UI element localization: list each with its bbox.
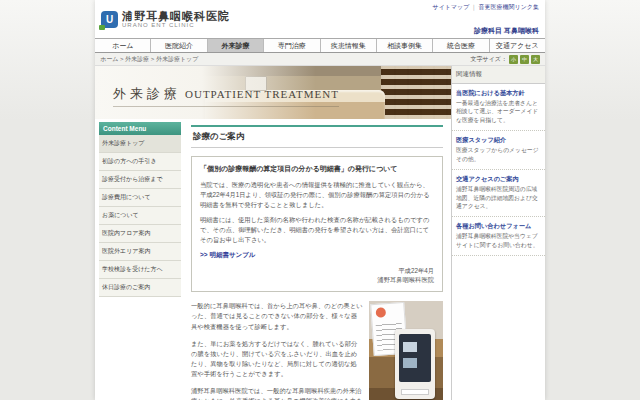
related-item-staff: 医療スタッフ紹介 医療スタッフからのメッセージその他。 bbox=[452, 131, 545, 170]
inner-row: Content Menu 外来診療トップ 初診の方への手引き 診療受付から治療ま… bbox=[95, 119, 451, 400]
access-guide-link[interactable]: 交通アクセスのご案内 bbox=[456, 175, 541, 183]
logo-text: 浦野耳鼻咽喉科医院 URANO ENT CLINIC bbox=[122, 10, 230, 28]
menu-item-outpatient-top[interactable]: 外来診療トップ bbox=[99, 135, 181, 153]
access-guide-desc: 浦野耳鼻咽喉科医院周辺の広域地図、近隣の詳細地図および交通アクセス。 bbox=[456, 185, 541, 210]
font-size-label: 文字サイズ： bbox=[471, 55, 507, 64]
nav-item-disease-info[interactable]: 疾患情報集 bbox=[320, 39, 376, 52]
menu-item-first-visit-guide[interactable]: 初診の方への手引き bbox=[99, 153, 181, 171]
menu-item-floor-guide[interactable]: 医院内フロア案内 bbox=[99, 225, 181, 243]
logo-letter: U bbox=[106, 14, 113, 25]
link-separator: ｜ bbox=[471, 4, 477, 10]
related-item-access: 交通アクセスのご案内 浦野耳鼻咽喉科医院周辺の広域地図、近隣の詳細地図および交通… bbox=[452, 170, 545, 217]
menu-item-fees[interactable]: 診療費用について bbox=[99, 189, 181, 207]
site-container: U 浦野耳鼻咽喉科医院 URANO ENT CLINIC サイトマップ ｜ 音更… bbox=[95, 0, 545, 400]
basic-policy-link[interactable]: 当医院における基本方針 bbox=[456, 89, 541, 97]
staff-intro-desc: 医療スタッフからのメッセージその他。 bbox=[456, 146, 541, 163]
nav-item-clinic-intro[interactable]: 医院紹介 bbox=[150, 39, 206, 52]
site-header: U 浦野耳鼻咽喉科医院 URANO ENT CLINIC サイトマップ ｜ 音更… bbox=[95, 0, 545, 38]
notice-signature: 浦野耳鼻咽喉科医院 bbox=[200, 275, 434, 284]
global-nav: ホーム 医院紹介 外来診療 専門治療 疾患情報集 相談事例集 統合医療 交通アク… bbox=[95, 38, 545, 53]
menu-item-reception-to-treatment[interactable]: 診療受付から治療まで bbox=[99, 171, 181, 189]
basic-policy-desc: 一番最適な治療法を患者さんと相談して選ぶ、オーダーメイドな医療を目指して。 bbox=[456, 99, 541, 124]
nav-item-home[interactable]: ホーム bbox=[95, 39, 150, 52]
notice-date: 平成22年4月 bbox=[200, 266, 434, 275]
notice-paragraph-1: 当院では、医療の透明化や患者への情報提供を積極的に推進していく観点から、平成22… bbox=[200, 180, 434, 209]
related-info-header: 関連情報 bbox=[452, 66, 545, 84]
nav-item-case-examples[interactable]: 相談事例集 bbox=[376, 39, 432, 52]
font-size-medium-button[interactable]: 中 bbox=[520, 55, 529, 64]
menu-item-holiday-care[interactable]: 休日診療のご案内 bbox=[99, 279, 181, 297]
contact-form-link[interactable]: 各種お問い合わせフォーム bbox=[456, 222, 541, 230]
menu-item-school-checkup[interactable]: 学校検診を受けた方へ bbox=[99, 261, 181, 279]
card-reader-photo bbox=[369, 301, 443, 400]
content-menu: Content Menu 外来診療トップ 初診の方への手引き 診療受付から治療ま… bbox=[95, 119, 181, 400]
device-screen-photo-part bbox=[399, 334, 431, 382]
nav-item-special-treatment[interactable]: 専門治療 bbox=[263, 39, 319, 52]
clinic-name-en: URANO ENT CLINIC bbox=[122, 22, 230, 28]
font-size-large-button[interactable]: 大 bbox=[531, 55, 540, 64]
nav-item-integrative-medicine[interactable]: 統合医療 bbox=[432, 39, 488, 52]
notice-title: 「個別の診療報酬の算定項目の分かる明細書」の発行について bbox=[200, 164, 434, 174]
related-item-contact: 各種お問い合わせフォーム 浦野耳鼻咽喉科医院や当ウェブサイトに関するお問い合わせ… bbox=[452, 217, 545, 256]
top-links: サイトマップ ｜ 音更医療機関リンク集 bbox=[433, 3, 540, 12]
related-info-sidebar: 関連情報 当医院における基本方針 一番最適な治療法を患者さんと相談して選ぶ、オー… bbox=[451, 66, 545, 400]
clinic-logo-icon: U bbox=[101, 11, 118, 28]
contact-form-desc: 浦野耳鼻咽喉科医院や当ウェブサイトに関するお問い合わせ。 bbox=[456, 232, 541, 249]
page-title: 診療のご案内 bbox=[191, 125, 443, 148]
hero-title-en: OUTPATIENT TREATMENT bbox=[185, 88, 339, 100]
nav-item-access[interactable]: 交通アクセス bbox=[489, 39, 545, 52]
content-menu-header: Content Menu bbox=[99, 122, 181, 135]
related-item-basic-policy: 当医院における基本方針 一番最適な治療法を患者さんと相談して選ぶ、オーダーメイド… bbox=[452, 84, 545, 131]
header-utility: サイトマップ ｜ 音更医療機関リンク集 診療科目 耳鼻咽喉科 bbox=[433, 3, 540, 36]
hero-banner: 外来診療 OUTPATIENT TREATMENT bbox=[95, 66, 451, 119]
breadcrumb[interactable]: ホーム > 外来診療 > 外来診療トップ bbox=[100, 55, 198, 64]
nav-item-outpatient[interactable]: 外来診療 bbox=[207, 39, 263, 52]
device-slot-photo-part bbox=[401, 389, 429, 395]
content-row: 外来診療 OUTPATIENT TREATMENT Content Menu 外… bbox=[95, 66, 545, 400]
staff-intro-link[interactable]: 医療スタッフ紹介 bbox=[456, 136, 541, 144]
statement-sample-link[interactable]: >> 明細書サンプル bbox=[200, 251, 434, 260]
device-photo-part bbox=[395, 329, 435, 399]
clinic-name: 浦野耳鼻咽喉科医院 bbox=[122, 10, 230, 22]
menu-item-area-guide[interactable]: 医院外エリア案内 bbox=[99, 243, 181, 261]
hero-title-ja: 外来診療 bbox=[113, 86, 181, 101]
main-content: 診療のご案内 「個別の診療報酬の算定項目の分かる明細書」の発行について 当院では… bbox=[181, 119, 451, 400]
notice-box: 「個別の診療報酬の算定項目の分かる明細書」の発行について 当院では、医療の透明化… bbox=[191, 156, 443, 292]
body-text: 一般的に耳鼻咽喉科では、首から上の耳や鼻、のどの奥といった、普通では見ることので… bbox=[191, 301, 443, 400]
font-size-small-button[interactable]: 小 bbox=[509, 55, 518, 64]
medical-links-link[interactable]: 音更医療機関リンク集 bbox=[479, 4, 539, 10]
font-size-control: 文字サイズ： 小 中 大 bbox=[471, 55, 540, 64]
menu-item-medicine[interactable]: お薬について bbox=[99, 207, 181, 225]
breadcrumb-bar: ホーム > 外来診療 > 外来診療トップ 文字サイズ： 小 中 大 bbox=[95, 53, 545, 66]
sitemap-link[interactable]: サイトマップ bbox=[433, 4, 470, 10]
left-column: 外来診療 OUTPATIENT TREATMENT Content Menu 外… bbox=[95, 66, 451, 400]
hero-title: 外来診療 OUTPATIENT TREATMENT bbox=[113, 84, 339, 107]
notice-paragraph-2: 明細書には、使用した薬剤の名称や行われた検査の名称が記載されるものですので、その… bbox=[200, 215, 434, 244]
department-label: 診療科目 耳鼻咽喉科 bbox=[433, 26, 540, 36]
